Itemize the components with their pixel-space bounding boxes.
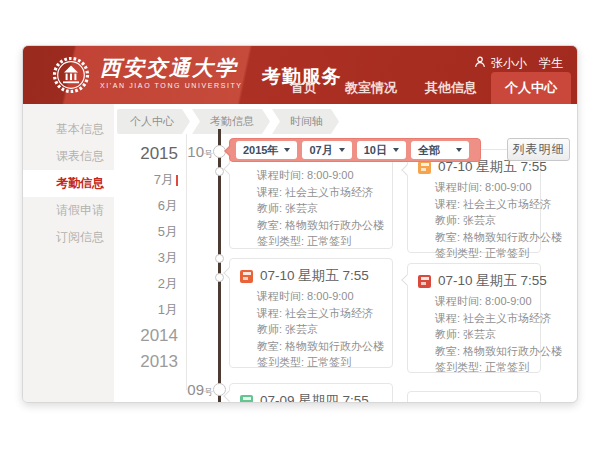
attendance-card-covered: 课程时间: 8:00-9:00 课程: 社会主义市场经济 教师: 张芸京 教室:… bbox=[229, 152, 393, 249]
day-label-10[interactable]: 10号 bbox=[175, 143, 213, 161]
date-filter-bar: 2015年 07月 10日 全部 bbox=[229, 138, 481, 162]
sidebar-item-attendance[interactable]: 考勤信息 bbox=[23, 170, 114, 197]
card-detail-line: 课程时间: 8:00-9:00 bbox=[230, 288, 392, 305]
card-detail-line: 教室: 格物致知行政办公楼 bbox=[230, 338, 392, 355]
type-select[interactable]: 全部 bbox=[411, 141, 469, 159]
status-icon bbox=[418, 161, 431, 174]
person-icon bbox=[474, 56, 486, 71]
card-detail-line: 教室: 格物致知行政办公楼 bbox=[408, 343, 540, 360]
card-detail-line: 签到类型: 正常签到 bbox=[230, 354, 392, 371]
sidebar-item-subscription[interactable]: 订阅信息 bbox=[23, 224, 114, 251]
year-month-nav: 2015 7月 6月 5月 3月 2月 1月 2014 2013 bbox=[121, 141, 178, 375]
breadcrumb: 个人中心 考勤信息 时间轴 bbox=[117, 109, 341, 134]
card-detail-line: 签到类型: 正常签到 bbox=[408, 359, 540, 376]
breadcrumb-timeline[interactable]: 时间轴 bbox=[272, 109, 339, 134]
filter-bar-tail bbox=[224, 145, 235, 156]
card-detail-line: 教师: 张芸京 bbox=[408, 326, 540, 343]
nav-item-home[interactable]: 首页 bbox=[277, 72, 331, 104]
ynav-january[interactable]: 1月 bbox=[121, 297, 178, 323]
nav-item-personal-center[interactable]: 个人中心 bbox=[491, 72, 571, 104]
user-name: 张小小 bbox=[491, 55, 527, 72]
university-name-en: XI'AN JIAO TONG UNIVERSITY bbox=[100, 82, 243, 89]
nav-item-other-info[interactable]: 其他信息 bbox=[411, 72, 491, 104]
card-detail-line: 课程: 社会主义市场经济 bbox=[408, 310, 540, 327]
card-detail-line: 课程: 社会主义市场经济 bbox=[230, 305, 392, 322]
chevron-down-icon bbox=[284, 148, 290, 152]
vertical-separator bbox=[186, 134, 187, 390]
sidebar-item-schedule[interactable]: 课表信息 bbox=[23, 143, 114, 170]
status-icon bbox=[418, 275, 431, 288]
card-detail-line: 课程: 社会主义市场经济 bbox=[230, 184, 392, 201]
timeline-node bbox=[215, 254, 224, 263]
breadcrumb-personal-center[interactable]: 个人中心 bbox=[117, 109, 190, 134]
university-name-cn: 西安交通大学 bbox=[100, 55, 243, 80]
card-detail-line: 签到类型: 正常签到 bbox=[230, 233, 392, 250]
year-select[interactable]: 2015年 bbox=[236, 141, 297, 159]
ynav-june[interactable]: 6月 bbox=[121, 193, 178, 219]
ynav-2014[interactable]: 2014 bbox=[121, 323, 178, 349]
screenshot-canvas: 西安交通大学 XI'AN JIAO TONG UNIVERSITY 考勤服务 张… bbox=[0, 0, 600, 450]
main-nav: 首页 教室情况 其他信息 个人中心 bbox=[277, 72, 571, 104]
card-detail-line: 课程: 社会主义市场经济 bbox=[408, 196, 540, 213]
card-date-title: 07-10 星期五 7:55 bbox=[260, 267, 369, 285]
chevron-down-icon bbox=[393, 148, 399, 152]
card-detail-line: 教师: 张芸京 bbox=[230, 321, 392, 338]
app-header: 西安交通大学 XI'AN JIAO TONG UNIVERSITY 考勤服务 张… bbox=[23, 46, 577, 104]
day-label-09[interactable]: 09号 bbox=[175, 381, 213, 399]
month-select[interactable]: 07月 bbox=[302, 141, 351, 159]
card-detail-line: 课程时间: 8:00-9:00 bbox=[408, 293, 540, 310]
user-role: 学生 bbox=[539, 55, 563, 72]
app-window: 西安交通大学 XI'AN JIAO TONG UNIVERSITY 考勤服务 张… bbox=[22, 45, 578, 403]
ynav-2013[interactable]: 2013 bbox=[121, 349, 178, 375]
card-detail-line: 教师: 张芸京 bbox=[230, 200, 392, 217]
card-detail-line: 教室: 格物致知行政办公楼 bbox=[230, 217, 392, 234]
sidebar: 基本信息 课表信息 考勤信息 请假申请 订阅信息 bbox=[23, 104, 114, 402]
sidebar-item-leave-request[interactable]: 请假申请 bbox=[23, 197, 114, 224]
card-detail-line: 教师: 张芸京 bbox=[408, 212, 540, 229]
attendance-card-sliver bbox=[407, 391, 541, 403]
ynav-2015[interactable]: 2015 bbox=[121, 141, 178, 167]
card-detail-line: 课程时间: 8:00-9:00 bbox=[230, 167, 392, 184]
card-detail-line: 课程时间: 8:00-9:00 bbox=[408, 179, 540, 196]
timeline-node bbox=[215, 167, 224, 176]
nav-item-classrooms[interactable]: 教室情况 bbox=[331, 72, 411, 104]
card-detail-line: 签到类型: 正常签到 bbox=[408, 245, 540, 262]
attendance-card: 07-10 星期五 7:55 课程时间: 8:00-9:00 课程: 社会主义市… bbox=[229, 258, 393, 368]
ynav-july[interactable]: 7月 bbox=[121, 167, 178, 193]
timeline-node bbox=[215, 273, 224, 282]
list-detail-button[interactable]: 列表明细 bbox=[507, 138, 570, 161]
timeline-node-day09[interactable] bbox=[213, 383, 226, 396]
status-icon bbox=[240, 270, 253, 283]
attendance-card: 07-10 星期五 7:55 课程时间: 8:00-9:00 课程: 社会主义市… bbox=[407, 263, 541, 373]
card-detail-line: 教室: 格物致知行政办公楼 bbox=[408, 229, 540, 246]
chevron-down-icon bbox=[339, 148, 345, 152]
card-date-title: 07-10 星期五 7:55 bbox=[438, 272, 547, 290]
day-select[interactable]: 10日 bbox=[357, 141, 406, 159]
attendance-card-clipped: 07-09 星期四 7:55 bbox=[229, 383, 393, 403]
ynav-february[interactable]: 2月 bbox=[121, 271, 178, 297]
current-month-tick bbox=[176, 175, 178, 186]
card-date-title: 07-09 星期四 7:55 bbox=[260, 392, 369, 403]
sidebar-item-basic-info[interactable]: 基本信息 bbox=[23, 116, 114, 143]
ynav-march[interactable]: 3月 bbox=[121, 245, 178, 271]
chevron-down-icon bbox=[456, 148, 462, 152]
status-icon bbox=[240, 395, 253, 404]
ynav-may[interactable]: 5月 bbox=[121, 219, 178, 245]
user-info[interactable]: 张小小 学生 bbox=[474, 55, 563, 72]
attendance-card: 07-10 星期五 7:55 课程时间: 8:00-9:00 课程: 社会主义市… bbox=[407, 149, 541, 253]
university-seal-icon bbox=[51, 55, 91, 95]
breadcrumb-attendance[interactable]: 考勤信息 bbox=[192, 109, 270, 134]
